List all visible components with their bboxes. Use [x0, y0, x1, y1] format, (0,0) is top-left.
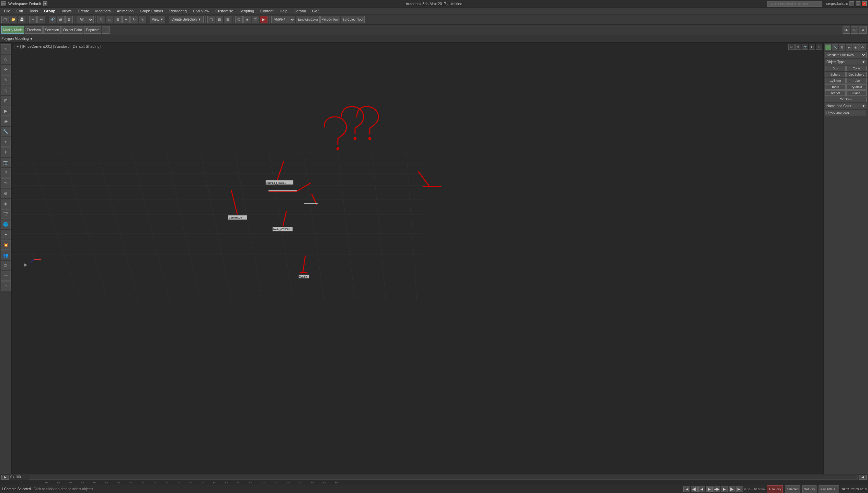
primitive-cone[interactable]: Cone	[846, 66, 867, 71]
menu-customise[interactable]: Customise	[213, 8, 236, 14]
next-frame-button[interactable]: ▶	[721, 486, 728, 492]
menu-corona[interactable]: Corona	[291, 8, 309, 14]
sidebar-icon-systems[interactable]: ⚙	[1, 189, 11, 198]
play-button[interactable]: ▶	[706, 486, 713, 492]
sidebar-icon-hierarchy[interactable]: ⊞	[1, 96, 11, 105]
wire-color-tool[interactable]: TandWireColor	[296, 16, 320, 23]
sidebar-icon-spacewarps[interactable]: 〜	[1, 178, 11, 188]
sidebar-icon-unknown[interactable]: ○	[1, 281, 11, 291]
vp-close-icon[interactable]: ✕	[816, 44, 822, 50]
window-crossing-button[interactable]: ⊞	[114, 16, 122, 23]
vp-camera-icon[interactable]: 📷	[802, 44, 808, 50]
menu-group[interactable]: Group	[41, 8, 58, 14]
menu-views[interactable]: Views	[59, 8, 74, 14]
freeform-button[interactable]: Freeform	[25, 26, 43, 34]
select-button[interactable]: ↖	[98, 16, 105, 23]
sidebar-icon-cameras[interactable]: 📷	[1, 158, 11, 167]
primitives-type-dropdown[interactable]: Standard Primitives	[825, 52, 867, 58]
sidebar-icon-render[interactable]: 🎬	[1, 209, 11, 219]
render-setup-button[interactable]: 🎬	[252, 16, 259, 23]
primitive-cylinder[interactable]: Cylinder	[825, 78, 846, 83]
menu-rendering[interactable]: Rendering	[167, 8, 190, 14]
menu-help[interactable]: Help	[277, 8, 290, 14]
sidebar-icon-utility[interactable]: 🔧	[1, 127, 11, 136]
undo-button[interactable]: ↩	[29, 16, 37, 23]
vp-maximize-icon[interactable]: □	[788, 44, 795, 50]
snap-toggle-3d[interactable]: 3D	[851, 26, 858, 34]
wire-or-tool[interactable]: WireOr Tool	[320, 16, 340, 23]
primitive-torus[interactable]: Torus	[825, 84, 846, 90]
move-button[interactable]: ✛	[122, 16, 130, 23]
sidebar-icon-display[interactable]: ◉	[1, 116, 11, 126]
bind-space-button[interactable]: B	[65, 16, 73, 23]
rotate-button[interactable]: ↻	[130, 16, 138, 23]
panel-icon-utility[interactable]: ⚙	[859, 44, 866, 51]
select-link-button[interactable]: 🔗	[49, 16, 56, 23]
timeline-expand[interactable]: ▶	[1, 475, 9, 480]
sidebar-icon-rayfire[interactable]: 💥	[1, 240, 11, 250]
selected-button[interactable]: Selected	[785, 485, 800, 493]
object-paint-button[interactable]: Object Paint	[61, 26, 83, 34]
menu-modifiers[interactable]: Modifiers	[93, 8, 114, 14]
schematic-view-button[interactable]: ⬡	[235, 16, 243, 23]
ire-colour-tool[interactable]: 'ire Colour Tool	[341, 16, 365, 23]
timeline-track[interactable]	[29, 475, 858, 480]
align-button[interactable]: ⊟	[216, 16, 223, 23]
next-key-button[interactable]: |▶	[729, 486, 735, 492]
modify-mode-button[interactable]: Modify Mode	[1, 26, 24, 34]
workspace-dropdown[interactable]: ▼	[43, 1, 47, 6]
primitive-geosphere[interactable]: GeoSphere	[846, 72, 867, 77]
sidebar-icon-select[interactable]: ↖	[1, 44, 11, 54]
close-button[interactable]: ✕	[862, 1, 867, 6]
sidebar-icon-environment[interactable]: 🌐	[1, 220, 11, 229]
render-button[interactable]: ▶	[260, 16, 267, 23]
vp-shading-icon[interactable]: ◧	[809, 44, 815, 50]
viewport-container[interactable]: [ + ] [PhysCamera001] [Standard] [Defaul…	[12, 43, 823, 493]
sidebar-icon-effects[interactable]: ✦	[1, 230, 11, 239]
key-filters-button[interactable]: Key Filters...	[819, 485, 839, 493]
menu-civil-view[interactable]: Civil View	[190, 8, 212, 14]
sidebar-icon-rotate[interactable]: ↻	[1, 75, 11, 85]
prev-key-button[interactable]: ◀|	[691, 486, 698, 492]
new-button[interactable]: □	[1, 16, 9, 23]
sidebar-icon-hair[interactable]: 〰	[1, 271, 11, 281]
menu-create[interactable]: Create	[75, 8, 92, 14]
sidebar-icon-create[interactable]: +	[1, 137, 11, 147]
set-key-button[interactable]: Set Key	[802, 485, 817, 493]
sidebar-icon-move[interactable]: ✛	[1, 65, 11, 75]
create-selection-button[interactable]: Create Selection ▼	[169, 16, 204, 23]
menu-tools[interactable]: Tools	[26, 8, 41, 14]
sidebar-icon-scale[interactable]: ⤡	[1, 86, 11, 95]
snap-toggle-2d[interactable]: 2D	[843, 26, 850, 34]
primitive-box[interactable]: Box	[825, 66, 846, 71]
sidebar-icon-shapes[interactable]: ◇	[1, 55, 11, 64]
panel-icon-create[interactable]: +	[825, 44, 831, 51]
auto-key-button[interactable]: Auto Key	[767, 485, 783, 493]
renderer-dropdown[interactable]: vMPP4	[271, 16, 295, 23]
minimize-button[interactable]: ─	[849, 1, 854, 6]
sidebar-icon-helpers[interactable]: ?	[1, 168, 11, 178]
vp-settings-icon[interactable]: ⚙	[795, 44, 801, 50]
ref-coord-dropdown[interactable]: View ▼	[150, 16, 165, 23]
extra-dot-button[interactable]: ⋯	[102, 26, 110, 34]
primitive-tube[interactable]: Tube	[846, 78, 867, 83]
sidebar-icon-massfx[interactable]: ⚖	[1, 261, 11, 270]
maximize-button[interactable]: □	[856, 1, 860, 6]
save-button[interactable]: 💾	[18, 16, 25, 23]
open-button[interactable]: 📂	[10, 16, 17, 23]
select-region-button[interactable]: ▭	[106, 16, 113, 23]
sidebar-icon-material[interactable]: ◈	[1, 199, 11, 209]
sidebar-icon-motion[interactable]: ▶	[1, 106, 11, 116]
material-editor-button[interactable]: ◈	[243, 16, 251, 23]
primitive-textplus[interactable]: TextPlus	[825, 97, 867, 102]
panel-icon-hierarchy[interactable]: ⊞	[839, 44, 845, 51]
menu-animation[interactable]: Animation	[114, 8, 136, 14]
menu-edit[interactable]: Edit	[14, 8, 26, 14]
selection-button[interactable]: Selection	[43, 26, 61, 34]
play-back-button[interactable]: ◀▶	[713, 486, 720, 492]
menu-content[interactable]: Content	[258, 8, 276, 14]
primitive-pyramid[interactable]: Pyramid	[846, 84, 867, 90]
menu-scripting[interactable]: Scripting	[237, 8, 257, 14]
menu-goz[interactable]: GoZ	[309, 8, 322, 14]
layer-manager-button[interactable]: ⊞	[224, 16, 231, 23]
